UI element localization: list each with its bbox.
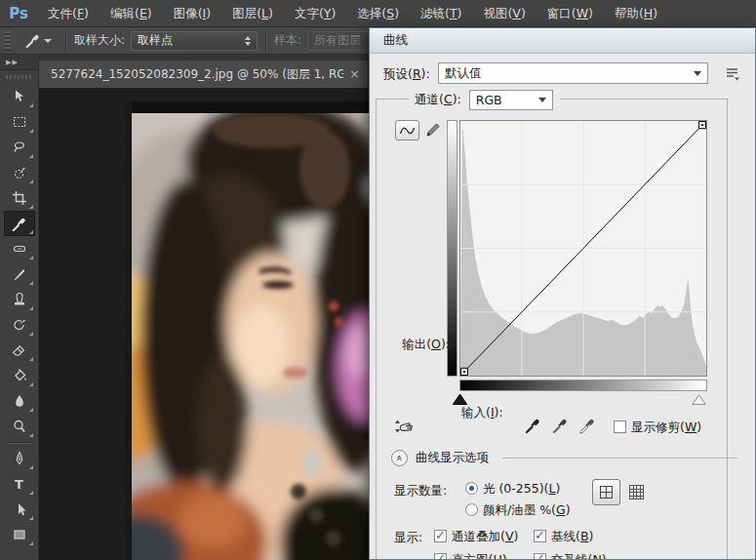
eyedropper-icon	[24, 32, 41, 49]
radio-icon[interactable]	[465, 482, 478, 495]
menu-edit[interactable]: 编辑(E)	[99, 0, 163, 27]
rectangle-tool[interactable]	[4, 522, 35, 547]
tool-preset-caret-icon	[44, 39, 52, 43]
menu-select[interactable]: 选择(S)	[346, 0, 410, 27]
targeted-adjustment-button[interactable]	[393, 417, 415, 441]
histogram-checkbox[interactable]: 直方图(H)	[434, 552, 507, 560]
amount-pigment-radio[interactable]: 颜料/油墨 %(G)	[465, 502, 571, 519]
type-tool-glyph: T	[15, 477, 23, 492]
menu-help[interactable]: 帮助(H)	[604, 0, 668, 27]
baseline-checkbox[interactable]: 基线(B)	[534, 529, 593, 545]
toolbar-divider	[8, 442, 31, 443]
move-tool[interactable]	[4, 84, 35, 109]
brush-tool[interactable]	[4, 261, 35, 287]
dialog-titlebar[interactable]: 曲线	[370, 28, 755, 54]
menu-bar: Ps 文件(F) 编辑(E) 图像(I) 图层(L) 文字(Y) 选择(S) 滤…	[0, 0, 756, 27]
options-separator	[65, 30, 66, 52]
show-clipping-checkbox[interactable]: 显示修剪(W)	[614, 420, 701, 436]
checkbox-icon[interactable]	[434, 530, 447, 542]
header-divider	[502, 458, 737, 459]
pencil-icon	[424, 121, 442, 139]
amount-light-label: 光 (0-255)(L)	[483, 481, 560, 496]
radio-icon[interactable]	[465, 503, 478, 516]
menu-file[interactable]: 文件(F)	[37, 0, 99, 27]
type-tool[interactable]: T	[4, 471, 35, 497]
checkbox-icon[interactable]	[534, 530, 546, 542]
input-gradient-bar	[459, 380, 707, 391]
targeted-adjustment-hand-icon	[393, 417, 415, 438]
select-updown-icon	[245, 36, 251, 46]
eraser-tool[interactable]	[4, 338, 35, 363]
black-point-eyedropper[interactable]	[524, 417, 541, 437]
amount-light-radio[interactable]: 光 (0-255)(L)	[465, 481, 560, 498]
curve-plot-area[interactable]	[459, 120, 707, 377]
preset-value: 默认值	[445, 65, 482, 82]
collapse-chevron-icon[interactable]: «	[391, 450, 408, 466]
channel-select[interactable]: RGB	[469, 90, 553, 110]
ps-logo: Ps	[0, 0, 37, 27]
menu-layer[interactable]: 图层(L)	[221, 0, 284, 27]
path-selection-tool[interactable]	[4, 497, 35, 522]
healing-brush-tool[interactable]	[4, 236, 35, 261]
white-point-slider[interactable]	[692, 393, 706, 408]
grid-fine-icon	[629, 485, 644, 500]
detailed-grid-button[interactable]	[627, 483, 646, 501]
dodge-tool[interactable]	[4, 414, 35, 439]
channel-value: RGB	[476, 93, 502, 107]
document-image[interactable]	[125, 101, 369, 560]
eyedropper-tool[interactable]	[4, 211, 35, 236]
edit-points-button[interactable]	[395, 120, 419, 140]
checkbox-icon[interactable]	[534, 553, 546, 560]
grid-quarter-icon	[600, 486, 613, 499]
menu-window[interactable]: 窗口(W)	[537, 0, 604, 27]
checkbox-icon[interactable]	[434, 553, 447, 560]
draw-curve-button[interactable]	[424, 121, 442, 141]
options-bar-grip[interactable]	[4, 31, 11, 51]
menu-view[interactable]: 视图(V)	[472, 0, 536, 27]
preset-label: 预设(R):	[383, 66, 430, 83]
chevron-down-icon	[538, 98, 546, 102]
baseline-label: 基线(B)	[551, 529, 593, 543]
preset-options-button[interactable]	[720, 62, 745, 84]
intersection-line-label: 交叉线(N)	[551, 552, 607, 560]
pen-tool[interactable]	[4, 446, 35, 471]
curve-display-options-header[interactable]: « 曲线显示选项	[391, 450, 489, 466]
crop-tool[interactable]	[4, 185, 35, 211]
sample-layers-value: 所有图层	[314, 32, 361, 49]
curves-dialog: 曲线 预设(R): 默认值 通道(C): RGB	[369, 27, 756, 560]
preset-select[interactable]: 默认值	[438, 62, 708, 84]
curve-display-options-label: 曲线显示选项	[416, 450, 489, 466]
white-point-eyedropper-icon	[578, 417, 596, 434]
checkbox-icon[interactable]	[614, 420, 626, 433]
paint-bucket-tool[interactable]	[4, 363, 35, 388]
dock-grip[interactable]	[6, 72, 32, 82]
tab-close-icon[interactable]: ×	[349, 68, 360, 80]
sample-size-select[interactable]: 取样点	[131, 31, 258, 51]
history-brush-tool[interactable]	[4, 312, 35, 338]
intersection-line-checkbox[interactable]: 交叉线(N)	[534, 552, 607, 560]
rectangular-marquee-tool[interactable]	[4, 109, 35, 135]
black-point-eyedropper-icon	[524, 417, 541, 434]
gray-point-eyedropper[interactable]	[551, 417, 569, 437]
menu-filter[interactable]: 滤镜(T)	[410, 0, 472, 27]
amount-pigment-label: 颜料/油墨 %(G)	[483, 502, 571, 517]
white-point-eyedropper[interactable]	[578, 417, 596, 437]
lasso-tool[interactable]	[4, 135, 35, 160]
show-clipping-label: 显示修剪(W)	[631, 420, 701, 434]
blur-tool[interactable]	[4, 388, 35, 414]
dialog-title: 曲线	[383, 32, 408, 49]
gray-point-eyedropper-icon	[551, 417, 569, 434]
document-title: 5277624_152052082309_2.jpg @ 50% (图层 1, …	[51, 66, 343, 83]
histogram-label: 直方图(H)	[452, 552, 507, 560]
clone-stamp-tool[interactable]	[4, 287, 35, 312]
document-tab[interactable]: 5277624_152052082309_2.jpg @ 50% (图层 1, …	[39, 60, 369, 88]
current-tool-badge[interactable]	[19, 32, 58, 49]
simple-grid-button[interactable]	[592, 479, 620, 505]
dock-collapse-button[interactable]: ▶▶	[0, 55, 38, 70]
curve-histogram-chart	[460, 121, 706, 376]
quick-selection-tool[interactable]	[4, 160, 35, 185]
menu-image[interactable]: 图像(I)	[163, 0, 221, 27]
sample-label: 样本:	[274, 32, 301, 49]
channel-overlays-checkbox[interactable]: 通道叠加(V)	[434, 529, 518, 545]
menu-type[interactable]: 文字(Y)	[284, 0, 346, 27]
